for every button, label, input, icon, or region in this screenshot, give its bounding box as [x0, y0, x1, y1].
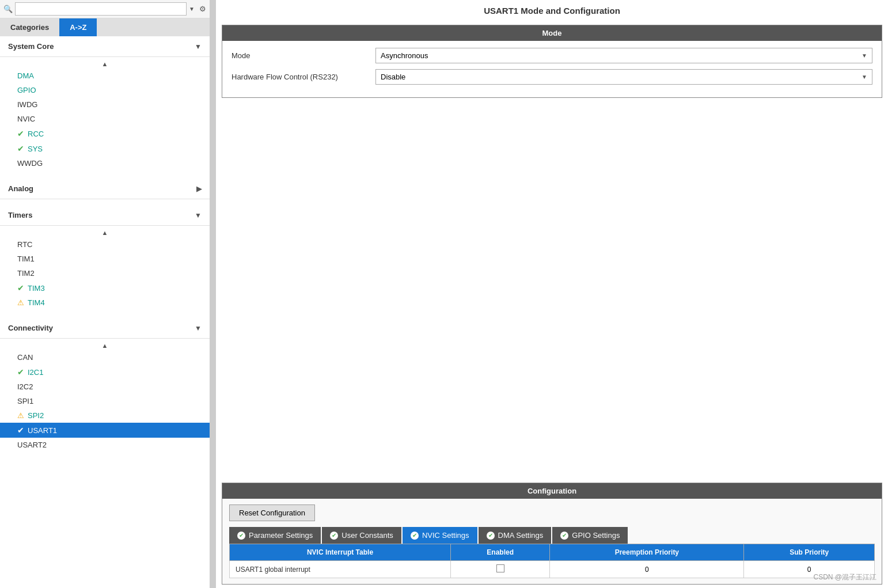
- config-section-header: Configuration: [222, 483, 882, 499]
- mode-row: Mode Asynchronous ▼: [232, 48, 872, 63]
- page-title: USART1 Mode and Configuration: [216, 0, 888, 21]
- table-row: USART1 global interrupt 0 0: [230, 561, 875, 578]
- sidebar-item-tim1[interactable]: TIM1: [0, 252, 210, 266]
- up-arrow-icon: ▲: [0, 59, 210, 69]
- chevron-right-icon: ▶: [196, 185, 202, 193]
- config-body: Reset Configuration ✔ Parameter Settings…: [222, 499, 882, 584]
- warn-icon: ⚠: [17, 411, 24, 420]
- gpio-label: GPIO: [17, 86, 36, 94]
- timers-items: ▲ RTC TIM1 TIM2 ✔ TIM3 ⚠ TIM4: [0, 226, 210, 312]
- sidebar-item-iwdg[interactable]: IWDG: [0, 97, 210, 112]
- sidebar-item-i2c2[interactable]: I2C2: [0, 380, 210, 394]
- sidebar-item-usart2[interactable]: USART2: [0, 438, 210, 452]
- search-bar: 🔍 ▼ ⚙: [0, 0, 210, 18]
- sys-label: SYS: [28, 145, 43, 153]
- hw-flow-row: Hardware Flow Control (RS232) Disable ▼: [232, 69, 872, 85]
- mode-section: Mode Mode Asynchronous ▼ Hardware Flow C…: [222, 25, 882, 98]
- category-timers[interactable]: Timers ▼: [0, 205, 210, 226]
- chevron-down-icon: ▼: [862, 74, 867, 80]
- check-icon: ✔: [17, 144, 24, 153]
- hw-flow-label: Hardware Flow Control (RS232): [232, 73, 375, 81]
- sidebar-item-usart1[interactable]: ✔ USART1: [0, 423, 210, 438]
- col-enabled: Enabled: [451, 544, 550, 561]
- mid-spacer: [216, 101, 888, 479]
- connectivity-items: ▲ CAN ✔ I2C1 I2C2 SPI1 ⚠ SPI2: [0, 339, 210, 454]
- check-icon: ✔: [330, 532, 338, 540]
- category-system-core[interactable]: System Core ▼: [0, 36, 210, 57]
- nvic-label: NVIC: [17, 115, 35, 123]
- col-sub-priority: Sub Priority: [744, 544, 875, 561]
- up-arrow-icon: ▲: [0, 341, 210, 350]
- tab-categories[interactable]: Categories: [0, 18, 59, 36]
- interrupt-name: USART1 global interrupt: [230, 561, 451, 578]
- check-icon: ✔: [411, 532, 419, 540]
- resize-handle[interactable]: [210, 0, 216, 588]
- dma-label: DMA: [17, 71, 34, 80]
- category-system-core-label: System Core: [8, 42, 54, 51]
- sidebar-item-spi2[interactable]: ⚠ SPI2: [0, 408, 210, 423]
- enabled-checkbox[interactable]: [496, 564, 504, 572]
- mode-select[interactable]: Asynchronous ▼: [375, 48, 872, 63]
- sidebar-item-spi1[interactable]: SPI1: [0, 394, 210, 408]
- hw-flow-value: Disable: [381, 73, 405, 81]
- tab-az[interactable]: A->Z: [59, 18, 97, 36]
- preemption-cell: 0: [550, 561, 744, 578]
- sidebar-item-dma[interactable]: DMA: [0, 69, 210, 83]
- sidebar-item-tim2[interactable]: TIM2: [0, 266, 210, 280]
- sidebar-item-wwdg[interactable]: WWDG: [0, 156, 210, 170]
- sidebar-item-sys[interactable]: ✔ SYS: [0, 141, 210, 156]
- sidebar-item-rtc[interactable]: RTC: [0, 237, 210, 252]
- sidebar-item-gpio[interactable]: GPIO: [0, 83, 210, 97]
- check-icon: ✔: [17, 129, 24, 138]
- check-icon: ✔: [237, 532, 245, 540]
- wwdg-label: WWDG: [17, 159, 43, 168]
- hw-flow-select[interactable]: Disable ▼: [375, 69, 872, 85]
- category-timers-label: Timers: [8, 211, 32, 219]
- chevron-down-icon: ▼: [195, 211, 202, 219]
- tab-parameter-settings[interactable]: ✔ Parameter Settings: [229, 527, 321, 544]
- gear-icon[interactable]: ⚙: [199, 5, 206, 13]
- category-connectivity-label: Connectivity: [8, 324, 53, 332]
- category-analog[interactable]: Analog ▶: [0, 179, 210, 199]
- tab-user-constants[interactable]: ✔ User Constants: [322, 527, 401, 544]
- nvic-table: NVIC Interrupt Table Enabled Preemption …: [229, 544, 875, 578]
- mode-label: Mode: [232, 51, 375, 60]
- tab-nvic-settings[interactable]: ✔ NVIC Settings: [403, 527, 477, 544]
- mode-value: Asynchronous: [381, 51, 428, 60]
- reset-configuration-button[interactable]: Reset Configuration: [229, 504, 315, 521]
- iwdg-label: IWDG: [17, 100, 37, 109]
- config-section: Configuration Reset Configuration ✔ Para…: [222, 483, 882, 585]
- sidebar: 🔍 ▼ ⚙ Categories A->Z System Core ▼ ▲ DM…: [0, 0, 210, 588]
- chevron-down-icon: ▼: [195, 43, 202, 51]
- check-icon: ✔: [17, 283, 24, 293]
- category-connectivity[interactable]: Connectivity ▼: [0, 318, 210, 339]
- search-input[interactable]: [15, 2, 187, 16]
- check-icon: ✔: [487, 532, 495, 540]
- enabled-cell[interactable]: [451, 561, 550, 578]
- sidebar-content: System Core ▼ ▲ DMA GPIO IWDG NVIC ✔: [0, 36, 210, 588]
- chevron-down-icon: ▼: [195, 324, 202, 332]
- tab-dma-settings[interactable]: ✔ DMA Settings: [479, 527, 552, 544]
- sidebar-item-can[interactable]: CAN: [0, 350, 210, 365]
- chevron-down-icon: ▼: [189, 6, 195, 12]
- sidebar-item-tim4[interactable]: ⚠ TIM4: [0, 295, 210, 310]
- category-analog-label: Analog: [8, 184, 33, 193]
- watermark: CSDN @混子王江江: [813, 572, 876, 582]
- col-interrupt-table: NVIC Interrupt Table: [230, 544, 451, 561]
- sidebar-item-nvic[interactable]: NVIC: [0, 112, 210, 126]
- sidebar-item-tim3[interactable]: ✔ TIM3: [0, 280, 210, 295]
- sidebar-item-rcc[interactable]: ✔ RCC: [0, 126, 210, 141]
- warn-icon: ⚠: [17, 298, 24, 307]
- content-area: USART1 Mode and Configuration Mode Mode …: [216, 0, 888, 588]
- check-icon: ✔: [560, 532, 568, 540]
- col-preemption-priority: Preemption Priority: [550, 544, 744, 561]
- chevron-down-icon: ▼: [862, 52, 867, 59]
- mode-body: Mode Asynchronous ▼ Hardware Flow Contro…: [222, 41, 882, 97]
- check-icon: ✔: [17, 426, 24, 435]
- check-icon: ✔: [17, 367, 24, 377]
- tab-gpio-settings[interactable]: ✔ GPIO Settings: [552, 527, 628, 544]
- tab-bar: Categories A->Z: [0, 18, 210, 36]
- sidebar-item-i2c1[interactable]: ✔ I2C1: [0, 365, 210, 380]
- mode-section-header: Mode: [222, 25, 882, 41]
- system-core-items: ▲ DMA GPIO IWDG NVIC ✔ RCC ✔: [0, 57, 210, 173]
